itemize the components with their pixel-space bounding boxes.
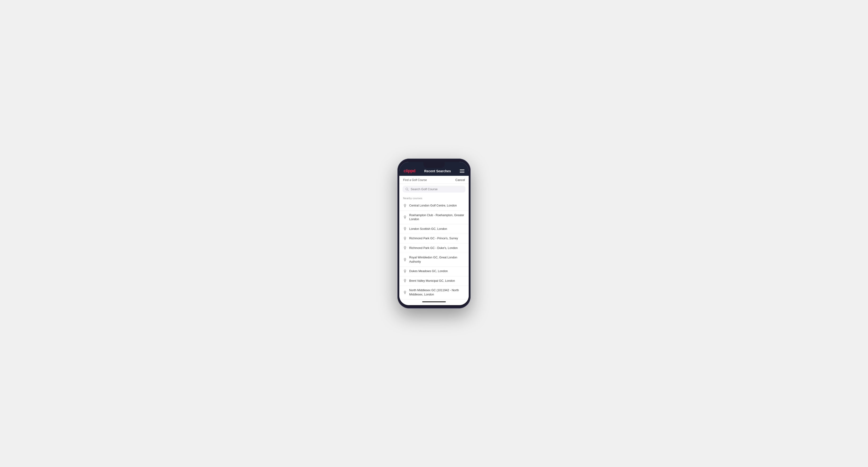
course-list-item[interactable]: Central London Golf Centre, London	[399, 201, 469, 211]
home-indicator	[399, 300, 469, 305]
course-name: Richmond Park GC - Prince's, Surrey	[409, 237, 458, 241]
course-list: Central London Golf Centre, London Roeha…	[399, 201, 469, 300]
notch	[423, 162, 445, 168]
hamburger-line-2	[460, 171, 464, 171]
course-list-item[interactable]: Richmond Park GC - Prince's, Surrey	[399, 234, 469, 244]
course-list-item[interactable]: North Middlesex GC (1011942 - North Midd…	[399, 286, 469, 300]
course-list-item[interactable]: Brent Valley Municipal GC, London	[399, 276, 469, 286]
hamburger-line-3	[460, 172, 464, 173]
menu-button[interactable]	[460, 169, 464, 173]
nearby-header: Nearby courses	[399, 195, 469, 201]
location-pin-icon	[403, 246, 407, 250]
location-pin-icon	[403, 237, 407, 241]
course-list-item[interactable]: Royal Wimbledon GC, Great London Authori…	[399, 253, 469, 267]
location-pin-icon	[403, 227, 407, 231]
course-name: Central London Golf Centre, London	[409, 204, 457, 208]
course-name: North Middlesex GC (1011942 - North Midd…	[409, 288, 465, 297]
course-list-item[interactable]: Dukes Meadows GC, London	[399, 267, 469, 276]
svg-line-1	[408, 190, 408, 191]
location-pin-icon	[403, 270, 407, 273]
course-list-item[interactable]: Richmond Park GC - Duke's, London	[399, 244, 469, 253]
location-pin-icon	[403, 204, 407, 208]
app-logo: clippd	[404, 168, 415, 174]
search-input[interactable]	[411, 187, 463, 191]
course-name: Richmond Park GC - Duke's, London	[409, 246, 458, 250]
location-pin-icon	[403, 215, 407, 219]
course-name: London Scottish GC, London	[409, 227, 447, 231]
home-bar	[422, 301, 446, 302]
cancel-button[interactable]: Cancel	[456, 178, 465, 182]
find-bar: Find a Golf Course Cancel	[399, 176, 469, 184]
course-list-item[interactable]: Roehampton Club - Roehampton, Greater Lo…	[399, 211, 469, 224]
search-input-wrapper	[403, 186, 465, 192]
page-title: Recent Searches	[424, 169, 451, 173]
nearby-section: Nearby courses Central London Golf Centr…	[399, 195, 469, 300]
course-name: Dukes Meadows GC, London	[409, 269, 448, 274]
hamburger-line-1	[460, 169, 464, 170]
find-label: Find a Golf Course	[403, 178, 427, 182]
phone-screen: clippd Recent Searches Find a Golf Cours…	[399, 162, 469, 305]
search-container	[399, 184, 469, 195]
location-pin-icon	[403, 258, 407, 262]
course-name: Roehampton Club - Roehampton, Greater Lo…	[409, 213, 465, 222]
phone-frame: clippd Recent Searches Find a Golf Cours…	[397, 159, 471, 308]
course-name: Royal Wimbledon GC, Great London Authori…	[409, 255, 465, 264]
location-pin-icon	[403, 279, 407, 283]
course-name: Brent Valley Municipal GC, London	[409, 279, 455, 283]
search-icon	[405, 188, 409, 191]
location-pin-icon	[403, 291, 407, 294]
course-list-item[interactable]: London Scottish GC, London	[399, 224, 469, 234]
